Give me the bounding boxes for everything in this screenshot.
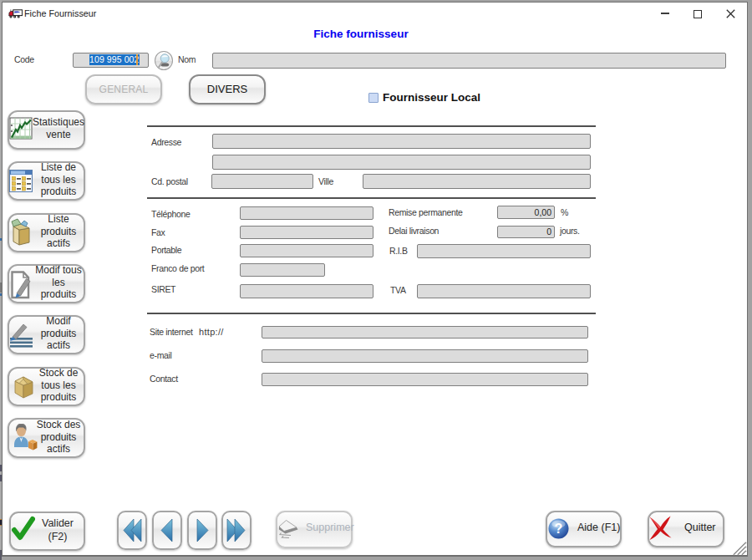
svg-text:?: ? bbox=[555, 522, 563, 536]
